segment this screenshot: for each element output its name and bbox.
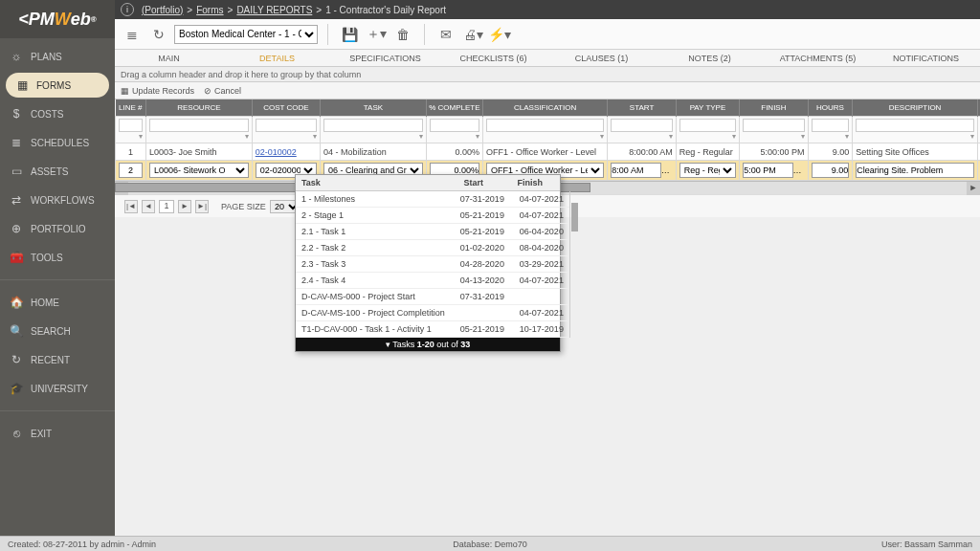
tab-details[interactable]: DETAILS (223, 50, 331, 66)
task-option[interactable]: 2.1 - Task 105-21-201906-04-2020 (296, 224, 569, 240)
print-icon[interactable]: 🖨▾ (461, 23, 484, 46)
add-icon[interactable]: ＋▾ (365, 23, 388, 46)
col-line-[interactable]: LINE # (116, 99, 146, 117)
filter-input[interactable] (611, 119, 672, 132)
page-next-icon[interactable]: ► (178, 200, 191, 213)
funnel-icon[interactable]: ▾ (600, 132, 604, 141)
funnel-icon[interactable]: ▾ (801, 132, 805, 141)
filter-input[interactable] (856, 119, 973, 132)
sidebar-item-exit[interactable]: ⎋EXIT (0, 419, 115, 448)
filter-input[interactable] (743, 119, 804, 132)
filter-input[interactable] (256, 119, 317, 132)
task-option[interactable]: T1-D-CAV-000 - Task 1 - Activity 105-21-… (296, 321, 569, 338)
table-row[interactable]: 1L0003- Joe Smith02-01000204 - Mobilizat… (116, 143, 981, 161)
nav-icon: ⎋ (10, 427, 23, 440)
cell-start-input[interactable] (611, 163, 660, 178)
funnel-icon[interactable]: ▾ (313, 132, 317, 141)
info-icon[interactable]: i (121, 3, 134, 16)
breadcrumb-forms[interactable]: Forms (196, 5, 223, 15)
sidebar-item-search[interactable]: 🔍SEARCH (0, 317, 115, 345)
task-option[interactable]: 1 - Milestones07-31-201904-07-2021 (296, 191, 569, 208)
logo[interactable]: <PMWeb® (0, 0, 115, 38)
col-cost-code[interactable]: COST CODE (252, 99, 320, 117)
record-selector[interactable]: Boston Medical Center - 1 - Contract (174, 25, 318, 44)
tab-checklists-[interactable]: CHECKLISTS (6) (439, 50, 547, 66)
sidebar-item-workflows[interactable]: ⇄WORKFLOWS (0, 186, 115, 214)
task-option[interactable]: 2.3 - Task 304-28-202003-29-2021 (296, 256, 569, 273)
funnel-icon[interactable]: ▾ (245, 132, 249, 141)
sidebar-item-forms[interactable]: ▦FORMS (6, 73, 109, 98)
filter-input[interactable] (323, 119, 423, 132)
col-description[interactable]: DESCRIPTION (853, 99, 977, 117)
breadcrumb-daily[interactable]: DAILY REPORTS (236, 5, 312, 15)
col--complete[interactable]: % COMPLETE (426, 99, 482, 117)
sidebar-item-plans[interactable]: ☼PLANS (0, 42, 115, 71)
sidebar-item-portfolio[interactable]: ⊕PORTFOLIO (0, 214, 115, 243)
task-dropdown[interactable]: Task Start Finish 1 - Milestones07-31-20… (295, 174, 561, 352)
cell-resource-select[interactable]: L0006- Sitework O (149, 163, 249, 178)
action-icon[interactable]: ⚡▾ (488, 23, 511, 46)
cell-desc-input[interactable] (856, 163, 973, 178)
sidebar-item-home[interactable]: 🏠HOME (0, 288, 115, 317)
page-last-icon[interactable]: ►| (195, 200, 209, 213)
sidebar-item-university[interactable]: 🎓UNIVERSITY (0, 374, 115, 403)
filter-input[interactable] (149, 119, 249, 132)
funnel-icon[interactable]: ▾ (669, 132, 673, 141)
tab-main[interactable]: MAIN (115, 50, 223, 66)
col-start[interactable]: START (608, 99, 676, 117)
sidebar-item-assets[interactable]: ▭ASSETS (0, 157, 115, 186)
page-prev-icon[interactable]: ◄ (142, 200, 155, 213)
funnel-icon[interactable]: ▾ (419, 132, 423, 141)
breadcrumb-portfolio[interactable]: (Portfolio) (142, 5, 183, 15)
col-resource[interactable]: RESOURCE (145, 99, 252, 117)
breadcrumb: i (Portfolio) > Forms > DAILY REPORTS > … (115, 0, 980, 19)
tab-clauses-[interactable]: CLAUSES (1) (547, 50, 656, 66)
mail-icon[interactable]: ✉ (434, 23, 457, 46)
cell-pay-select[interactable]: Reg - Regul (679, 163, 736, 178)
cell-line-input[interactable] (119, 163, 143, 178)
save-icon[interactable]: 💾 (338, 23, 361, 46)
group-bar[interactable]: Drag a column header and drop it here to… (115, 67, 980, 82)
task-option[interactable]: D-CAV-MS-000 - Project Start07-31-2019 (296, 289, 569, 305)
page-first-icon[interactable]: |◄ (124, 200, 138, 213)
sidebar-item-schedules[interactable]: ≣SCHEDULES (0, 128, 115, 157)
sidebar-item-tools[interactable]: 🧰TOOLS (0, 243, 115, 272)
history-icon[interactable]: ↻ (147, 23, 170, 46)
tab-notifications[interactable]: NOTIFICATIONS (872, 50, 980, 66)
task-option[interactable]: 2 - Stage 105-21-201904-07-2021 (296, 208, 569, 224)
filter-input[interactable] (679, 119, 736, 132)
cell-hours-input[interactable] (812, 163, 850, 178)
tab-notes-[interactable]: NOTES (2) (656, 50, 764, 66)
filter-input[interactable] (812, 119, 850, 132)
nav-icon: ⇄ (10, 193, 23, 207)
task-option[interactable]: D-CAV-MS-100 - Project Completition04-07… (296, 305, 569, 321)
update-records-button[interactable]: ▦ Update Records (121, 86, 194, 96)
col-hours[interactable]: HOURS (808, 99, 853, 117)
col-classification[interactable]: CLASSIFICATION (482, 99, 607, 117)
filter-input[interactable] (119, 119, 143, 132)
list-icon[interactable]: ≣ (121, 23, 144, 46)
tab-attachments-[interactable]: ATTACHMENTS (5) (764, 50, 872, 66)
col-finish[interactable]: FINISH (740, 99, 808, 117)
page-current[interactable]: 1 (159, 200, 174, 213)
costcode-link[interactable]: 02-010002 (256, 147, 297, 157)
funnel-icon[interactable]: ▾ (732, 132, 736, 141)
scroll-right-icon[interactable]: ► (967, 182, 980, 195)
cell-finish-input[interactable] (743, 163, 792, 178)
task-option[interactable]: 2.2 - Task 201-02-202008-04-2020 (296, 240, 569, 256)
dropdown-scrollbar[interactable] (569, 191, 570, 338)
funnel-icon[interactable]: ▾ (970, 132, 974, 141)
delete-icon[interactable]: 🗑 (391, 23, 414, 46)
task-option[interactable]: 2.4 - Task 404-13-202004-07-2021 (296, 273, 569, 289)
sidebar-item-costs[interactable]: $COSTS (0, 99, 115, 128)
funnel-icon[interactable]: ▾ (845, 132, 849, 141)
filter-input[interactable] (486, 119, 604, 132)
tab-specifications[interactable]: SPECIFICATIONS (331, 50, 439, 66)
funnel-icon[interactable]: ▾ (476, 132, 479, 141)
col-pay-type[interactable]: PAY TYPE (676, 99, 739, 117)
cancel-button[interactable]: ⊘ Cancel (204, 86, 241, 96)
col-task[interactable]: TASK (321, 99, 427, 117)
sidebar-item-recent[interactable]: ↻RECENT (0, 345, 115, 374)
funnel-icon[interactable]: ▾ (139, 132, 143, 141)
filter-input[interactable] (430, 119, 479, 132)
